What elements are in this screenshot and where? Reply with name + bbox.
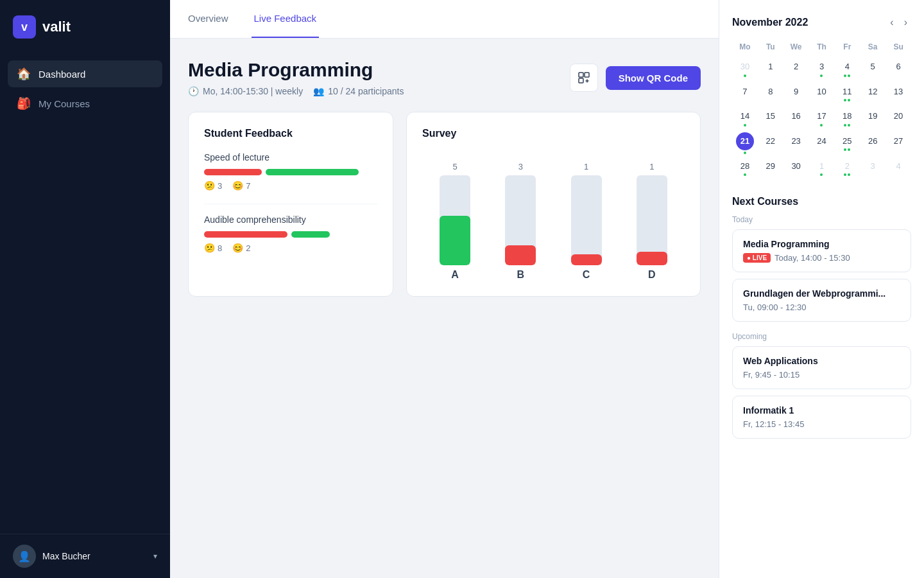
bar-c-label: C [583, 269, 590, 281]
sad-icon: 😕 [204, 243, 215, 253]
cal-day-7[interactable]: 7 [741, 83, 748, 105]
sidebar-item-label: Dashboard [38, 69, 85, 80]
survey-chart: 5 A 3 B [422, 152, 685, 281]
calendar-prev-button[interactable]: ‹ [886, 15, 897, 30]
bar-a-container [440, 175, 470, 265]
course-card-informatik[interactable]: Informatik 1 Fr, 12:15 - 13:45 [732, 396, 911, 439]
cal-day-wrapper: 16 [783, 106, 809, 131]
cal-day-6[interactable]: 6 [894, 58, 902, 80]
sidebar: v valit 🏠 Dashboard 🎒 My Courses 👤 Max B… [0, 0, 170, 578]
bar-b-fill [505, 245, 536, 265]
logo-text: valit [42, 19, 71, 35]
cal-day-22[interactable]: 22 [765, 132, 776, 155]
cal-day-4-next[interactable]: 4 [894, 157, 902, 180]
speed-bars [204, 169, 377, 175]
chevron-down-icon: ▾ [153, 552, 157, 561]
show-qr-button[interactable]: Show QR Code [606, 66, 701, 90]
cal-day-30[interactable]: 30 [790, 157, 801, 180]
cal-day-17[interactable]: 17 [816, 107, 827, 130]
cal-day-4[interactable]: 4 [843, 58, 851, 80]
cal-day-wrapper: 30 [783, 156, 809, 181]
cal-day-8[interactable]: 8 [767, 83, 774, 105]
cal-day-3[interactable]: 3 [818, 58, 825, 80]
cal-day-wrapper: 24 [809, 131, 835, 156]
cal-day-14[interactable]: 14 [739, 107, 751, 130]
course-card-time: Today, 14:00 - 15:30 [774, 253, 850, 263]
cal-day-1-next[interactable]: 1 [818, 157, 825, 180]
home-icon: 🏠 [17, 67, 31, 81]
svg-rect-0 [579, 73, 583, 77]
cal-day-wrapper: 10 [809, 82, 835, 107]
course-card-name: Grundlagen der Webprogrammi... [743, 288, 900, 299]
calendar-nav: ‹ › [886, 15, 911, 30]
cal-day-21-today[interactable]: 21 [736, 132, 754, 150]
cal-day-13[interactable]: 13 [893, 83, 904, 105]
survey-bar-c: 1 C [567, 162, 606, 281]
logo-icon: v [13, 15, 36, 39]
cal-day-3-next[interactable]: 3 [869, 157, 877, 180]
cal-day-25[interactable]: 25 [841, 132, 853, 155]
course-card-grundlagen[interactable]: Grundlagen der Webprogrammi... Tu, 09:00… [732, 279, 911, 322]
feedback-label-audible: Audible comprehensibility [204, 215, 377, 225]
cal-day-5[interactable]: 5 [869, 58, 877, 80]
cal-day-wrapper: 14 [732, 106, 758, 131]
cal-day-1[interactable]: 1 [767, 58, 774, 80]
tab-overview[interactable]: Overview [185, 0, 231, 38]
cal-day-15[interactable]: 15 [765, 107, 776, 130]
bar-c-container [571, 175, 602, 265]
audible-red-bar [204, 231, 287, 238]
cal-header-th: Th [809, 40, 835, 54]
cal-day-wrapper: 25 [834, 131, 860, 156]
cal-day-wrapper: 9 [783, 82, 809, 107]
cal-day-28[interactable]: 28 [739, 157, 751, 180]
header-actions: Show QR Code [570, 64, 701, 92]
cal-day-20[interactable]: 20 [893, 107, 904, 130]
speed-green-bar [266, 169, 359, 175]
cal-header-su: Su [886, 40, 911, 54]
tab-live-feedback[interactable]: Live Feedback [252, 0, 320, 38]
survey-bar-d: 1 D [632, 162, 672, 281]
bar-a-count: 5 [453, 162, 458, 171]
happy-icon: 😊 [232, 243, 243, 253]
participants-icon: 👥 [313, 86, 324, 96]
sidebar-item-my-courses[interactable]: 🎒 My Courses [8, 90, 162, 117]
sidebar-item-dashboard[interactable]: 🏠 Dashboard [8, 60, 162, 87]
cal-day-29[interactable]: 29 [765, 157, 776, 180]
cal-header-sa: Sa [860, 40, 886, 54]
cal-day-12[interactable]: 12 [867, 83, 878, 105]
user-footer: 👤 Max Bucher ▾ [0, 534, 170, 578]
course-card-media[interactable]: Media Programming ● LIVE Today, 14:00 - … [732, 229, 911, 272]
cal-day-2[interactable]: 2 [792, 58, 800, 80]
cal-day-19[interactable]: 19 [867, 107, 878, 130]
cal-day-wrapper: 29 [758, 156, 783, 181]
bar-c-fill [571, 254, 602, 265]
cal-day-wrapper: 7 [732, 82, 758, 107]
course-meta: 🕐 Mo, 14:00-15:30 | weekly 👥 10 / 24 par… [188, 86, 404, 96]
sidebar-nav: 🏠 Dashboard 🎒 My Courses [0, 54, 170, 534]
cal-day-27[interactable]: 27 [893, 132, 904, 155]
cal-day-26[interactable]: 26 [867, 132, 878, 155]
expand-button[interactable] [570, 64, 598, 92]
next-courses-title: Next Courses [732, 196, 911, 207]
bar-b-container [505, 175, 536, 265]
cal-day-wrapper: 3 [809, 57, 835, 82]
course-card-web-apps[interactable]: Web Applications Fr, 9:45 - 10:15 [732, 346, 911, 389]
course-card-time-row: ● LIVE Today, 14:00 - 15:30 [743, 253, 900, 263]
cal-day-24[interactable]: 24 [816, 132, 827, 155]
main-content: Overview Live Feedback Media Programming… [170, 0, 719, 578]
cal-day-23[interactable]: 23 [790, 132, 801, 155]
cal-day-2-next[interactable]: 2 [843, 157, 851, 180]
cal-day-wrapper: 22 [758, 131, 783, 156]
course-title-section: Media Programming 🕐 Mo, 14:00-15:30 | we… [188, 59, 404, 96]
cal-day-wrapper: 13 [886, 82, 911, 107]
cal-day-10[interactable]: 10 [816, 83, 827, 105]
cal-day-16[interactable]: 16 [790, 107, 801, 130]
course-card-time: Fr, 12:15 - 13:45 [743, 419, 900, 429]
cal-day-30-prev[interactable]: 30 [739, 58, 751, 80]
course-card-time: Tu, 09:00 - 12:30 [743, 302, 900, 312]
cal-day-18[interactable]: 18 [841, 107, 853, 130]
cal-day-11[interactable]: 11 [841, 83, 853, 105]
calendar-next-button[interactable]: › [900, 15, 911, 30]
cal-day-9[interactable]: 9 [792, 83, 800, 105]
feedback-item-audible: Audible comprehensibility 😕 8 😊 2 [204, 215, 377, 253]
